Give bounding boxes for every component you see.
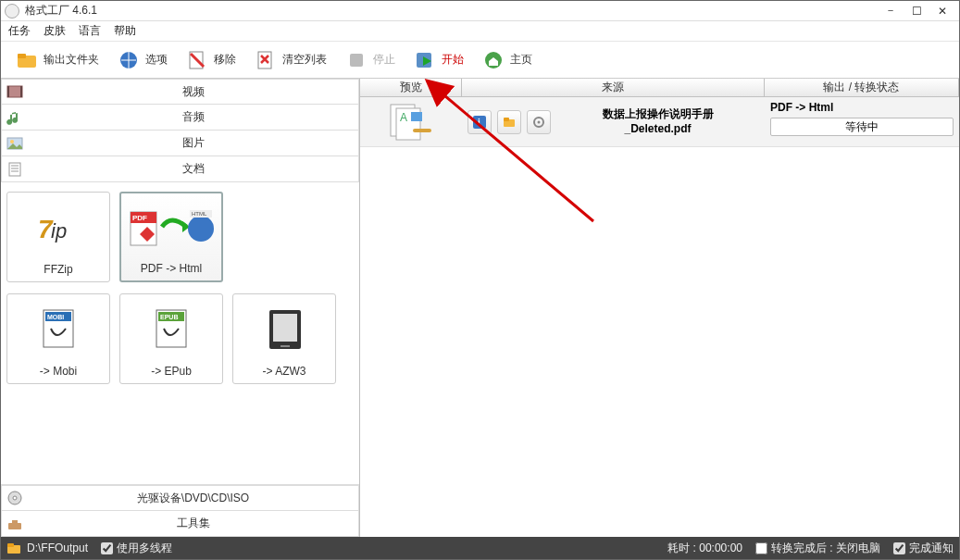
clear-icon <box>255 49 277 71</box>
task-source-line1: 数据上报操作说明手册 <box>556 107 759 122</box>
options-button[interactable]: 选项 <box>110 45 175 75</box>
tile-ffzip[interactable]: 7ip FFZip <box>6 192 110 282</box>
home-button[interactable]: 主页 <box>475 45 540 75</box>
svg-rect-33 <box>8 523 21 529</box>
minimize-button[interactable]: － <box>878 2 904 20</box>
col-preview[interactable]: 预览 <box>360 79 462 96</box>
col-status[interactable]: 输出 / 转换状态 <box>765 79 959 96</box>
svg-rect-10 <box>20 86 22 97</box>
category-toolset-label: 工具集 <box>28 516 358 531</box>
svg-rect-1 <box>18 54 26 58</box>
svg-text:i: i <box>478 118 480 128</box>
menu-help[interactable]: 帮助 <box>114 23 136 39</box>
sidebar: 视频 音频 图片 文档 <box>1 79 360 537</box>
play-icon <box>414 49 436 71</box>
video-icon <box>2 83 28 100</box>
app-title: 格式工厂 4.6.1 <box>25 3 97 19</box>
main-list: 预览 来源 输出 / 转换状态 A <box>360 79 959 537</box>
start-label: 开始 <box>442 52 464 68</box>
settings-button[interactable] <box>527 110 551 134</box>
svg-rect-9 <box>7 86 9 97</box>
category-optical[interactable]: 光驱设备\DVD\CD\ISO <box>1 485 359 511</box>
svg-rect-30 <box>281 345 290 347</box>
tile-epub-label: -> EPub <box>151 365 192 378</box>
svg-rect-39 <box>413 129 431 132</box>
output-folder-button[interactable]: 输出文件夹 <box>8 45 106 75</box>
task-source-name: 数据上报操作说明手册 _Deleted.pdf <box>556 107 759 136</box>
task-preview-cell: A <box>360 97 462 146</box>
stop-label: 停止 <box>373 52 395 68</box>
svg-text:HTML: HTML <box>192 211 207 217</box>
toolbar: 输出文件夹 选项 移除 清空列表 停止 <box>1 42 959 79</box>
close-button[interactable]: ✕ <box>929 2 955 20</box>
mobi-icon: MOBI <box>11 300 106 361</box>
tile-mobi[interactable]: MOBI -> Mobi <box>6 293 110 384</box>
status-folder-path[interactable]: D:\FFOutput <box>27 541 88 554</box>
stop-button[interactable]: 停止 <box>338 45 403 75</box>
list-header: 预览 来源 输出 / 转换状态 <box>360 79 959 97</box>
svg-text:MOBI: MOBI <box>47 314 64 320</box>
svg-point-45 <box>538 120 541 123</box>
svg-rect-29 <box>273 314 297 342</box>
toolset-icon <box>2 516 28 532</box>
col-source[interactable]: 来源 <box>462 79 765 96</box>
tile-azw3[interactable]: -> AZW3 <box>232 293 336 384</box>
menu-skin[interactable]: 皮肤 <box>44 23 66 39</box>
tile-ffzip-label: FFZip <box>44 263 72 276</box>
elapsed-section: 耗时 : 00:00:00 <box>667 541 742 556</box>
title-bar: 格式工厂 4.6.1 － ☐ ✕ <box>1 1 959 21</box>
task-status-chip: 等待中 <box>770 118 954 136</box>
svg-text:EPUB: EPUB <box>160 314 178 320</box>
info-button[interactable]: i <box>468 110 492 134</box>
disc-icon <box>2 490 28 506</box>
notify-checkbox[interactable]: 完成通知 <box>893 541 954 556</box>
svg-rect-47 <box>7 543 14 547</box>
status-folder-icon[interactable] <box>6 541 21 554</box>
category-document-label: 文档 <box>28 161 358 177</box>
svg-text:A: A <box>400 111 407 124</box>
folder-icon <box>16 49 38 71</box>
clear-list-label: 清空列表 <box>282 52 327 68</box>
shutdown-after-checkbox[interactable]: 转换完成后 : 关闭电脑 <box>755 541 880 556</box>
remove-button[interactable]: 移除 <box>179 45 243 75</box>
epub-icon: EPUB <box>124 300 218 361</box>
category-picture[interactable]: 图片 <box>1 131 359 156</box>
elapsed-value: 00:00:00 <box>699 541 742 554</box>
task-row[interactable]: A i <box>360 97 959 147</box>
menu-language[interactable]: 语言 <box>79 23 101 39</box>
svg-text:PDF: PDF <box>132 214 147 222</box>
svg-rect-38 <box>411 112 422 121</box>
menu-tasks[interactable]: 任务 <box>8 23 31 39</box>
task-status-cell: PDF -> Html 等待中 <box>765 97 959 146</box>
category-optical-label: 光驱设备\DVD\CD\ISO <box>28 491 358 506</box>
elapsed-label: 耗时 : <box>667 541 699 554</box>
audio-icon <box>2 109 28 126</box>
tile-mobi-label: -> Mobi <box>40 365 77 378</box>
open-folder-button[interactable] <box>497 110 521 134</box>
stop-icon <box>345 49 368 71</box>
category-toolset[interactable]: 工具集 <box>1 511 359 537</box>
task-source-cell: i 数据上报操作说明手册 _Deleted.pdf <box>462 97 765 146</box>
notify-label: 完成通知 <box>909 541 954 556</box>
category-audio[interactable]: 音频 <box>1 105 359 131</box>
tile-epub[interactable]: EPUB -> EPub <box>119 293 223 384</box>
tile-pdf-html[interactable]: PDF HTML PDF -> Html <box>119 192 223 282</box>
menu-bar: 任务 皮肤 语言 帮助 <box>1 21 959 42</box>
svg-rect-34 <box>12 520 18 524</box>
task-output: PDF -> Html <box>770 101 954 114</box>
category-document[interactable]: 文档 <box>1 156 359 182</box>
category-video[interactable]: 视频 <box>1 79 359 105</box>
svg-rect-8 <box>7 86 22 97</box>
svg-text:ip: ip <box>51 219 67 243</box>
category-picture-label: 图片 <box>28 135 358 151</box>
picture-icon <box>2 135 28 152</box>
svg-rect-43 <box>504 118 509 121</box>
svg-point-12 <box>10 140 14 143</box>
clear-list-button[interactable]: 清空列表 <box>247 45 334 75</box>
maximize-button[interactable]: ☐ <box>904 2 929 20</box>
start-button[interactable]: 开始 <box>406 45 471 75</box>
category-audio-label: 音频 <box>28 109 358 125</box>
multithread-checkbox[interactable]: 使用多线程 <box>101 541 172 556</box>
svg-point-32 <box>13 496 17 500</box>
status-bar: D:\FFOutput 使用多线程 耗时 : 00:00:00 转换完成后 : … <box>1 537 959 559</box>
